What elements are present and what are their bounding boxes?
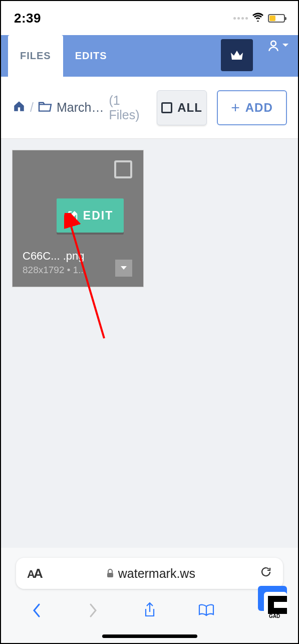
profile-menu[interactable] [267,39,289,52]
book-icon [198,603,215,617]
url-display[interactable]: watermark.ws [42,566,260,581]
select-all-label: ALL [177,101,202,115]
status-bar: 2:39 [1,1,298,35]
toolbar: / March ... (1 Files) ALL + ADD [1,77,298,139]
file-grid: EDIT C66C... .png 828x1792 • 1... [1,139,298,555]
file-thumbnail[interactable]: EDIT C66C... .png 828x1792 • 1... [12,150,144,287]
app-tabs: FILES EDITS [1,35,298,77]
wifi-icon [252,12,264,25]
status-time: 2:39 [14,11,41,26]
file-name: C66C... .png [23,250,85,263]
svg-text:GAD: GAD [269,613,280,619]
cellular-dots-icon [233,17,248,20]
premium-button[interactable] [221,39,253,71]
select-all-button[interactable]: ALL [157,90,207,125]
bookmarks-button[interactable] [195,603,217,617]
chevron-right-icon [88,602,98,618]
add-button[interactable]: + ADD [217,90,287,125]
tab-files[interactable]: FILES [8,35,63,77]
breadcrumb-folder[interactable]: March ... [57,100,105,115]
home-indicator[interactable] [102,634,197,638]
chevron-left-icon [32,602,42,618]
breadcrumb: / March ... (1 Files) [12,93,154,122]
folder-icon [38,100,53,115]
home-icon[interactable] [12,100,26,116]
user-icon [267,39,280,52]
status-icons [233,12,285,25]
file-meta: 828x1792 • 1... [23,265,86,276]
svg-rect-7 [274,602,288,608]
edit-button[interactable]: EDIT [57,198,124,233]
add-label: ADD [245,101,273,115]
url-bar[interactable]: AA watermark.ws [16,558,283,589]
reload-button[interactable] [260,566,272,581]
nav-forward-button [82,602,104,618]
tab-edits[interactable]: EDITS [63,35,119,77]
nav-back-button[interactable] [26,602,48,618]
pencil-icon [67,210,78,221]
share-icon [143,602,156,619]
breadcrumb-separator: / [30,100,34,115]
plus-icon: + [231,99,240,116]
lock-icon [106,569,114,578]
url-text: watermark.ws [118,566,195,581]
reload-icon [260,566,272,578]
breadcrumb-count: (1 Files) [109,93,154,122]
edit-label: EDIT [83,209,113,223]
caret-down-icon [282,43,289,48]
reader-mode-button[interactable]: AA [27,566,42,581]
crown-icon [230,50,244,61]
checkbox-icon [161,102,172,113]
svg-point-0 [271,41,276,46]
file-select-checkbox[interactable] [114,160,132,178]
file-menu-button[interactable] [115,260,132,277]
svg-rect-3 [107,573,113,577]
share-button[interactable] [139,602,161,619]
watermark-logo: GAD [253,583,295,619]
battery-icon [268,14,285,23]
caret-down-icon [120,265,128,271]
